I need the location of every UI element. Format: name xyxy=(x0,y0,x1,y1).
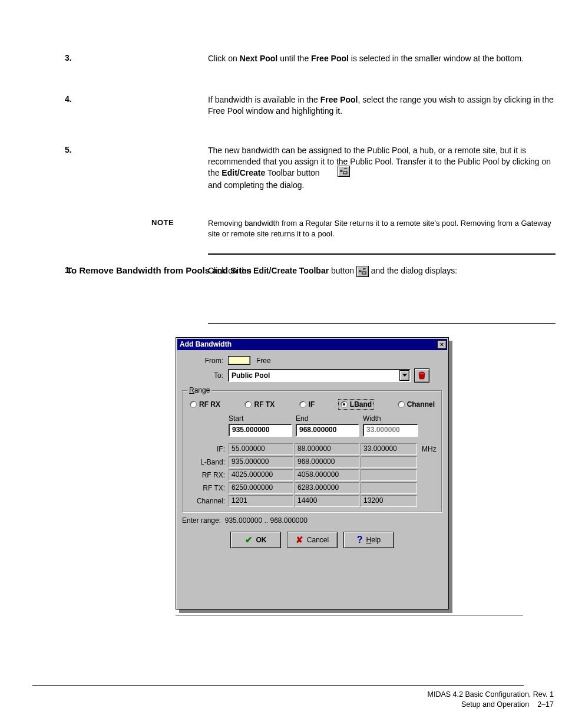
cell: 14400 xyxy=(295,495,359,507)
from-label: From: xyxy=(182,357,228,365)
add-bandwidth-dialog: Add Bandwidth × From: Free To: Public Po… xyxy=(176,337,449,610)
trash-icon xyxy=(417,371,427,380)
start-input[interactable]: 935.000000 xyxy=(229,424,292,437)
cell: 88.000000 xyxy=(295,443,359,455)
step-number: 4. xyxy=(65,94,72,104)
edit-create-icon xyxy=(356,266,369,277)
from-color-swatch xyxy=(228,356,250,365)
cancel-button[interactable]: ✘ Cancel xyxy=(287,532,338,548)
radio-rf-tx[interactable]: RF TX xyxy=(244,400,275,409)
cell: 6250.000000 xyxy=(229,482,293,494)
step-text: Click on Next Pool until the Free Pool i… xyxy=(208,53,556,64)
cell: 55.000000 xyxy=(229,443,293,455)
radio-lband[interactable]: LBand xyxy=(339,400,373,409)
delete-button[interactable] xyxy=(414,368,429,383)
divider xyxy=(208,323,556,324)
row-if: IF: 55.000000 88.000000 33.000000 MHz xyxy=(187,443,437,456)
cell: 4058.000000 xyxy=(295,469,359,481)
step-number: 3. xyxy=(65,53,72,62)
to-combobox[interactable]: Public Pool xyxy=(228,369,411,382)
unit-label: MHz xyxy=(422,445,437,453)
cell: 1201 xyxy=(229,495,293,507)
cell: 33.000000 xyxy=(361,443,417,455)
question-icon: ? xyxy=(357,535,363,545)
row-lband: L-Band: 935.000000 968.000000 xyxy=(187,456,437,469)
dialog-title: Add Bandwidth xyxy=(180,339,232,350)
cell xyxy=(361,482,417,494)
step-text: If bandwidth is available in the Free Po… xyxy=(208,94,556,117)
help-button[interactable]: ? Help xyxy=(343,532,394,548)
footer-divider xyxy=(32,685,524,686)
to-label: To: xyxy=(182,371,228,380)
range-legend: Range xyxy=(187,386,211,394)
step-text-cont: and completing the dialog. xyxy=(208,180,556,191)
hint-text: Enter range: 935.000000 .. 968.000000 xyxy=(182,516,442,525)
from-value: Free xyxy=(256,357,271,365)
radio-channel[interactable]: Channel xyxy=(398,400,435,409)
cell: 6283.000000 xyxy=(295,482,359,494)
edit-create-icon xyxy=(338,166,350,177)
close-button[interactable]: × xyxy=(437,340,447,349)
row-rftx: RF TX: 6250.000000 6283.000000 xyxy=(187,482,437,495)
cell: 13200 xyxy=(361,495,417,507)
step-text: The new bandwidth can be assigned to the… xyxy=(208,145,556,179)
step-number: 1. xyxy=(65,265,72,275)
cell xyxy=(361,469,417,481)
width-readonly: 33.000000 xyxy=(363,424,418,437)
end-input[interactable]: 968.000000 xyxy=(296,424,359,437)
divider xyxy=(176,615,523,616)
radio-rf-rx[interactable]: RF RX xyxy=(190,400,220,409)
svg-rect-1 xyxy=(343,172,347,174)
cell: 4025.000000 xyxy=(229,469,293,481)
svg-rect-0 xyxy=(362,272,366,274)
title-bar[interactable]: Add Bandwidth × xyxy=(177,339,447,350)
note-label: NOTE xyxy=(151,218,174,227)
step-text: Click on the Edit/Create Toolbar button … xyxy=(208,265,556,277)
page-footer: MIDAS 4.2 Basic Configuration, Rev. 1 Se… xyxy=(0,690,554,710)
check-icon: ✔ xyxy=(245,535,253,545)
range-group: Range RF RX RF TX IF LBand Channel Start… xyxy=(182,386,442,513)
column-headers: Start End Width xyxy=(187,414,437,423)
row-rfrx: RF RX: 4025.000000 4058.000000 xyxy=(187,469,437,482)
x-icon: ✘ xyxy=(296,535,303,545)
row-channel: Channel: 1201 14400 13200 xyxy=(187,495,437,508)
dropdown-button[interactable] xyxy=(399,370,409,381)
step-number: 5. xyxy=(65,145,72,154)
divider xyxy=(208,253,556,255)
note-text: Removing bandwidth from a Regular Site r… xyxy=(208,218,556,239)
svg-point-2 xyxy=(419,373,425,374)
cell: 935.000000 xyxy=(229,456,293,468)
cell: 968.000000 xyxy=(295,456,359,468)
chevron-down-icon xyxy=(402,374,407,377)
to-value[interactable]: Public Pool xyxy=(229,371,399,380)
radio-if[interactable]: IF xyxy=(299,400,315,409)
cell xyxy=(361,456,417,468)
ok-button[interactable]: ✔ OK xyxy=(230,532,281,548)
